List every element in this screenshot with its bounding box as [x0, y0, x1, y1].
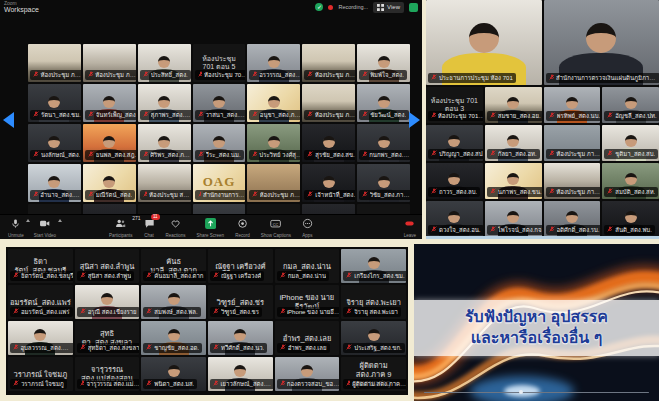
participant-tile[interactable]: พิมพ์ใจ_สตง. — [357, 44, 410, 82]
video-scrubber[interactable] — [424, 390, 649, 394]
participant-tile[interactable]: รัตนา_สตง.ชม. — [28, 84, 81, 122]
participant-tile[interactable]: ชาญชัย_สตง.อด. — [141, 321, 206, 355]
participant-tile[interactable]: อรุณี สตง.เชียงราย — [75, 285, 140, 319]
participant-tile[interactable]: เกรียงไกร_สตง.ชม. — [341, 249, 406, 283]
participant-tile[interactable]: วิชัย_สตง.ภาค 11 — [357, 164, 410, 202]
participant-tile[interactable]: อำนาจ_สตง.ภาค 4 — [28, 164, 81, 202]
participant-tile[interactable]: อานนท์_สตง. — [138, 204, 191, 214]
participant-tile[interactable]: ห้องประชุม ภาค 5 — [83, 44, 136, 82]
participant-tile[interactable]: สุรชัย_สตง.สข. — [302, 124, 355, 162]
participant-tile[interactable]: ห้องประชุม 701 ตอน 5ห้องประชุม 701 ตอน 5 — [193, 44, 246, 82]
participant-tile[interactable]: ดารณี_สตง. — [247, 204, 300, 214]
participant-tile[interactable]: ศิริพร_สตง.ภาค 6 — [138, 124, 191, 162]
toolbar-mute-button[interactable]: Unmute — [8, 217, 24, 238]
participant-tile[interactable]: สมหมาย_สตง. — [28, 204, 81, 214]
participant-tile[interactable]: วราภรณ์ ใจชมภูวราภรณ์ ใจชมภู — [8, 357, 73, 391]
participant-tile[interactable]: จันทร์เพ็ญ_สตง. — [83, 84, 136, 122]
participant-tile[interactable]: อำพร_สตง.เลยอำพร_สตง.เลย — [275, 321, 340, 355]
participant-tile[interactable]: นภาพร_สตง.ชน. — [485, 163, 542, 199]
participant-tile[interactable]: ห้องประชุม สตง.ภาค 8 — [138, 164, 191, 202]
participant-tile[interactable]: ธนพล_สตง.สฎ. — [83, 124, 136, 162]
toolbar-share-button[interactable]: Share Screen — [197, 217, 225, 238]
participant-tile[interactable]: ปริญญา_สตง.สป. — [426, 125, 483, 161]
participant-tile[interactable]: เยาวลักษณ์_สตง.พร้าว — [208, 357, 273, 391]
participant-tile[interactable]: วาสนา_สตง.นฐ. — [193, 84, 246, 122]
toolbar-captions-button[interactable]: CCShow Captions — [261, 217, 291, 238]
participant-tile[interactable]: ชัยวัฒน์_สตง. — [357, 84, 410, 122]
participant-tile[interactable]: กองตรวจสอบ_ขอนแก่น — [275, 357, 340, 391]
participant-tile[interactable]: ภูมิ_สตง. — [302, 204, 355, 214]
participant-tile[interactable]: จิรายุ สตง.พะเยาจิรายุ สตง.พะเยา — [341, 285, 406, 319]
muted-mic-icon — [80, 344, 86, 352]
toolbar-chat-button[interactable]: 11Chat — [144, 217, 155, 238]
participant-tile[interactable]: อรวรรณ_สตง.ภาค 3 — [247, 44, 300, 82]
participant-tile[interactable]: สุภาพร_สตง.ลป. — [138, 84, 191, 122]
participant-tile[interactable]: กัลยา_สตง.อท. — [485, 125, 542, 161]
participant-tile[interactable]: ห้องประชุม ภาค 2 — [302, 84, 355, 122]
muted-mic-icon — [280, 272, 286, 280]
participant-tile[interactable]: วิฑูรย์_สตง.ชรวิฑูรย์_สตง.ชร — [208, 285, 273, 319]
scrubber-handle[interactable] — [519, 390, 523, 394]
participant-tile[interactable]: สมบัติ_สตง.สห. — [602, 163, 659, 199]
participant-tile[interactable]: กนกพร_สตง.ภาค 4 — [357, 124, 410, 162]
participant-tile[interactable]: ห้องประชุม 701 ตอน 3ห้องประชุม 701 ตอน 3 — [426, 87, 483, 123]
view-button[interactable]: View — [373, 2, 404, 13]
toolbar-record-button[interactable]: Record — [235, 217, 250, 238]
participant-tile[interactable]: ไพโรจน์_สตง.กจ. — [485, 201, 542, 236]
participant-tile[interactable]: ทวีศักดิ์_สตง.นว. — [208, 321, 273, 355]
participant-tile[interactable]: ประวิทย์ วงศ์สุวรรณ — [247, 124, 300, 162]
participant-tile[interactable]: สมพงษ์_สตง.พล. — [141, 285, 206, 319]
participant-tile[interactable]: เมธี_สตง. — [357, 204, 410, 214]
toolbar-participants-button[interactable]: 271Participants — [109, 217, 133, 238]
participant-tile[interactable]: ห้องประชุม ภาค 1 — [28, 44, 81, 82]
toolbar-apps-button[interactable]: Apps — [302, 217, 313, 238]
participant-tile[interactable]: เจ้าหน้าที่_สตง. — [302, 164, 355, 202]
toolbar-leave-button[interactable]: Leave — [404, 217, 416, 238]
participant-tile[interactable]: สุทธิดา_สตง.สงขลาสุทธิดา_สตง.สงขลา — [75, 321, 140, 355]
participant-tile[interactable]: จารุวรรณ สตง.แม่ฮ่องสอนจารุวรรณ สตง.แม่ฮ… — [75, 357, 140, 391]
participant-tile[interactable]: นงลักษณ์_สตง. — [28, 124, 81, 162]
participant-tile[interactable]: พนิดา_สตง.มส. — [141, 357, 206, 391]
participant-name-pill: ห้องประชุม ภาค 3 — [546, 149, 601, 159]
toolbar-reactions-button[interactable]: Reactions — [166, 217, 186, 238]
participant-tile[interactable]: OAGสำนักงานการตรวจเงินแผ่นดิน — [193, 164, 246, 202]
caret-up-icon[interactable] — [58, 219, 62, 222]
participant-tile[interactable]: ผู้ติดตาม สตง.ภาค 9 (ขอนแก่น)ผู้ติดตาม ส… — [341, 357, 406, 391]
participant-tile[interactable]: สมชาย_สตง.อย. — [485, 87, 542, 123]
participant-tile[interactable]: ห้องประชุม ภาค 7 — [544, 163, 601, 199]
participant-tile[interactable]: อุบลวรรณ_สตง.ลำปาง — [8, 321, 73, 355]
participant-tile[interactable]: วีระ_สตง.นม. — [193, 124, 246, 162]
participant-tile[interactable]: สุนิสา สตง.ลำพูนสุนิสา สตง.ลำพูน — [75, 249, 140, 283]
next-page-arrow[interactable] — [409, 112, 420, 128]
previous-page-arrow[interactable] — [3, 112, 14, 128]
participant-tile[interactable]: ฐิติมา_สตง. — [193, 204, 246, 214]
participant-tile[interactable]: ห้องประชุม ภาค 3 — [544, 125, 601, 161]
participant-tile[interactable]: ประธานการประชุม ห้อง 701 — [426, 0, 542, 85]
participant-tile[interactable]: คันธมาลี_สตง.ตากคันธมาลี_สตง.ตาก — [141, 249, 206, 283]
participant-tile[interactable]: ถาวร_สตง.ลบ. — [426, 163, 483, 199]
participant-tile[interactable]: สำนักงานการตรวจเงินแผ่นดินภูมิภาคที่ 15 — [544, 0, 659, 85]
participant-tile[interactable]: ห้องประชุม ภาค 9 — [302, 44, 355, 82]
caret-up-icon[interactable] — [26, 219, 30, 222]
participant-tile[interactable]: อดิศักดิ์_สตง.รบ. — [544, 201, 601, 236]
participant-tile[interactable]: ห้องประชุม ภาค 10 — [247, 164, 300, 202]
participant-tile[interactable]: สันติ_สตง.พบ. — [602, 201, 659, 236]
participant-tile[interactable]: อัญชลี_สตง.ปท. — [602, 87, 659, 123]
participant-tile[interactable]: กมล_สตง.น่านกมล_สตง.น่าน — [275, 249, 340, 283]
participant-tile[interactable]: iPhone ของ นายธีรวัฒน์iPhone ของ นายธีรว… — [275, 285, 340, 319]
avatar[interactable] — [409, 3, 418, 12]
participant-tile[interactable]: มณีรัตน์_สตง. — [83, 164, 136, 202]
security-shield-icon[interactable] — [315, 3, 323, 11]
participant-tile[interactable]: ธิดารัตน์_สตง.ชลบุรีธิดารัตน์_สตง.ชลบุรี — [8, 249, 73, 283]
participant-tile[interactable]: ประเสริฐ_สตง.ขก. — [341, 321, 406, 355]
participant-tile[interactable]: ณัฐฐา เครือวงศ์ณัฐฐา เครือวงศ์ — [208, 249, 273, 283]
participant-tile[interactable]: ประสิทธิ์_สตง. — [138, 44, 191, 82]
participant-name: มณีรัตน์_สตง. — [96, 191, 132, 199]
participant-tile[interactable]: อนุชา_สตง.ภาค 7 — [247, 84, 300, 122]
participant-tile[interactable]: อมรรัตน์_สตง.แพร่อมรรัตน์_สตง.แพร่ — [8, 285, 73, 319]
participant-tile[interactable]: ดวงใจ_สตง.อน. — [426, 201, 483, 236]
participant-tile[interactable]: โสภา_สตง. — [83, 204, 136, 214]
participant-tile[interactable]: พรทิพย์_สตง.นบ. — [544, 87, 601, 123]
participant-tile[interactable]: ชุติมา_สตง.สบ. — [602, 125, 659, 161]
toolbar-video-button[interactable]: Start Video — [34, 217, 56, 238]
